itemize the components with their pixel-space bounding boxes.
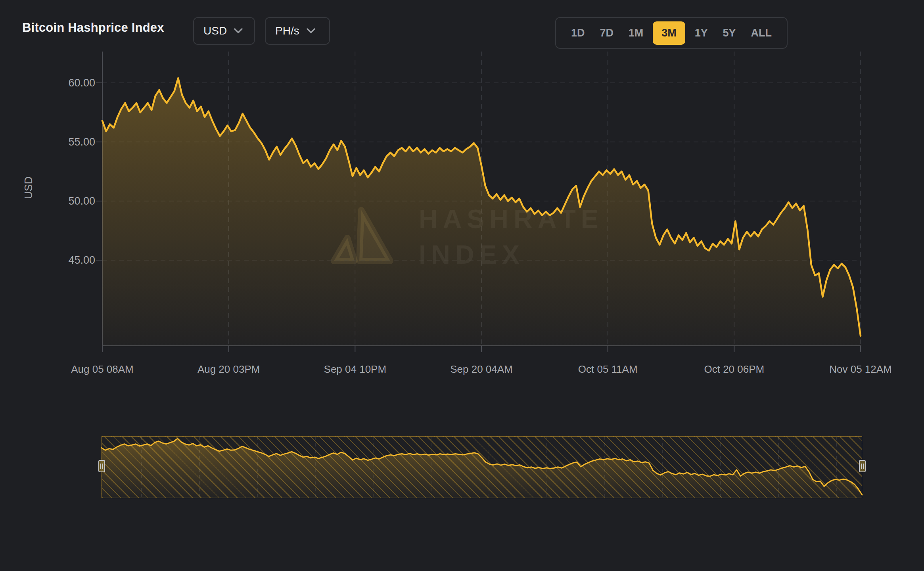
x-axis-label: Aug 20 03PM [197, 363, 260, 376]
hashprice-index-panel: Bitcoin Hashprice Index USD PH/s 1D 7D 1… [0, 0, 924, 571]
x-axis-label: Sep 20 04AM [450, 363, 513, 376]
x-axis-label: Oct 20 06PM [704, 363, 764, 376]
y-axis-label: 50.00 [52, 195, 95, 207]
navigator-left-handle[interactable] [98, 460, 105, 472]
x-axis-label: Nov 05 12AM [829, 363, 892, 376]
x-axis-label: Sep 04 10PM [324, 363, 387, 376]
y-axis-label: 55.00 [52, 136, 95, 148]
main-series [102, 78, 861, 346]
navigator-right-handle[interactable] [859, 460, 866, 472]
hashprice-chart[interactable] [0, 0, 924, 571]
y-axis-label: 45.00 [52, 254, 95, 266]
y-axis-label: 60.00 [52, 77, 95, 89]
navigator-series [102, 437, 862, 498]
x-axis-label: Aug 05 08AM [71, 363, 134, 376]
x-axis-label: Oct 05 11AM [578, 363, 638, 376]
